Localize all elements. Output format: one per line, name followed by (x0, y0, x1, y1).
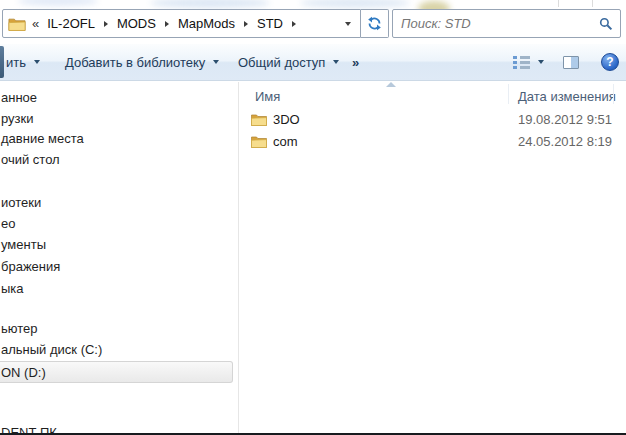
file-row-com[interactable]: com 24.05.2012 8:19 (239, 130, 619, 152)
sort-ascending-icon (386, 82, 396, 87)
window-edge-line (592, 0, 593, 7)
sidebar-item-computer[interactable]: ьютер (1, 321, 38, 336)
chevron-down-icon (333, 60, 339, 64)
search-input[interactable]: Поиск: STD (392, 9, 621, 38)
glass-reflection (18, 0, 98, 6)
sidebar-item-pictures[interactable]: бражения (1, 259, 60, 274)
help-icon: ? (606, 55, 613, 69)
search-placeholder: Поиск: STD (393, 16, 471, 31)
chevron-down-icon (213, 60, 219, 64)
navigation-pane: анное рузки давние места очий стол иотек… (0, 82, 238, 435)
breadcrumb-separator-icon (165, 21, 169, 27)
address-bar: « IL-2OFL MODS MapMods STD (2, 9, 389, 38)
sidebar-item-music[interactable]: ыка (1, 281, 24, 296)
sidebar-item-disk-d-selected[interactable]: ON (D:) (0, 361, 233, 383)
chevron-down-icon (538, 60, 544, 64)
file-date-modified: 19.08.2012 9:51 (518, 112, 612, 127)
magnifier-icon (599, 17, 613, 31)
file-list: Имя Дата изменения 3DO 19.08.2012 9:51 c… (239, 82, 626, 435)
preview-pane-button[interactable] (563, 44, 579, 80)
refresh-icon (367, 16, 382, 31)
sidebar-item-desktop[interactable]: очий стол (1, 152, 60, 167)
breadcrumb-separator-icon (104, 21, 108, 27)
column-divider[interactable] (613, 84, 614, 104)
sidebar-item-downloads[interactable]: рузки (1, 111, 34, 126)
toolbar-overflow-button[interactable]: » (352, 44, 359, 80)
add-to-library-label: Добавить в библиотеку (65, 55, 205, 70)
views-list-icon (513, 54, 530, 71)
window-edge-line (558, 0, 559, 7)
command-toolbar: ить Добавить в библиотеку Общий доступ »… (0, 44, 626, 81)
breadcrumb-segment-mapmods[interactable]: MapMods (178, 14, 235, 33)
sidebar-item-documents[interactable]: ументы (1, 237, 46, 252)
change-view-button[interactable] (513, 44, 544, 80)
breadcrumb-separator-icon (292, 21, 296, 27)
file-name: com (273, 134, 298, 149)
breadcrumb-segment-il2ofl[interactable]: IL-2OFL (47, 14, 95, 33)
refresh-button[interactable] (361, 9, 389, 38)
file-row-3do[interactable]: 3DO 19.08.2012 9:51 (239, 108, 619, 130)
column-header-date-modified[interactable]: Дата изменения (518, 89, 616, 104)
glass-reflection (300, 0, 410, 8)
sidebar-item-favorites[interactable]: анное (1, 90, 37, 105)
toolbar-overflow-chevron: » (352, 55, 359, 70)
sidebar-item-video[interactable]: ео (1, 216, 15, 231)
sidebar-item-recent-places[interactable]: давние места (1, 131, 84, 146)
breadcrumb-separator-icon (244, 21, 248, 27)
preview-pane-icon (563, 56, 579, 69)
help-button[interactable]: ? (601, 53, 619, 71)
sidebar-item-local-disk-c[interactable]: альный диск (C:) (1, 342, 102, 357)
glass-reflection (150, 0, 270, 8)
folder-icon (251, 135, 267, 148)
add-to-library-button[interactable]: Добавить в библиотеку (65, 44, 219, 80)
chevron-down-icon (345, 22, 351, 26)
sidebar-item-libraries[interactable]: иотеки (1, 195, 41, 210)
breadcrumb-segment-mods[interactable]: MODS (117, 14, 156, 33)
folder-icon (8, 17, 26, 31)
organize-button[interactable]: ить (6, 44, 40, 80)
toolbar-cropped-button (0, 46, 4, 78)
window-glass-area (0, 0, 626, 9)
file-date-modified: 24.05.2012 8:19 (518, 134, 612, 149)
explorer-window: « IL-2OFL MODS MapMods STD Поиск: STD (0, 0, 626, 435)
file-name: 3DO (273, 112, 300, 127)
share-button-label: Общий доступ (238, 55, 325, 70)
organize-button-label: ить (6, 55, 26, 70)
column-header-name[interactable]: Имя (255, 89, 280, 104)
folder-icon (251, 113, 267, 126)
breadcrumb-segment-std[interactable]: STD (257, 14, 283, 33)
chevron-down-icon (34, 60, 40, 64)
share-button[interactable]: Общий доступ (238, 44, 339, 80)
breadcrumb-overflow-chevron[interactable]: « (32, 16, 39, 31)
breadcrumb: « IL-2OFL MODS MapMods STD (2, 9, 361, 38)
column-divider[interactable] (508, 84, 509, 104)
address-history-dropdown[interactable] (345, 22, 351, 26)
sidebar-selected-label: ON (D:) (0, 365, 46, 380)
